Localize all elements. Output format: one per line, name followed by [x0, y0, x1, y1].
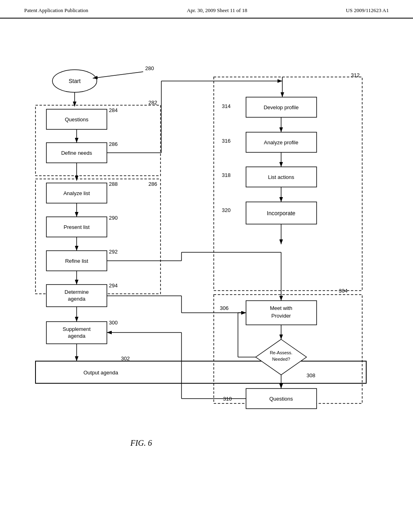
label-288: 288	[109, 181, 118, 187]
reassess-label2: Needed?	[272, 357, 290, 362]
label-320: 320	[222, 207, 231, 213]
label-292: 292	[109, 249, 118, 255]
incorporate-label: Incorporate	[267, 210, 296, 216]
label-300: 300	[109, 320, 118, 326]
header-right: US 2009/112623 A1	[346, 7, 389, 14]
questions2-label: Questions	[269, 396, 293, 402]
reassess-label: Re-Assess.	[270, 350, 292, 355]
supplement-agenda-label2: agenda	[68, 333, 86, 339]
label-318: 318	[222, 172, 231, 178]
meet-provider-label: Meet with	[270, 305, 292, 311]
label-282: 282	[148, 100, 157, 106]
start-label: Start	[69, 78, 81, 84]
label-306: 306	[220, 305, 229, 311]
label-314: 314	[222, 103, 231, 109]
output-agenda-label: Output agenda	[83, 370, 119, 376]
svg-line-3	[93, 72, 143, 78]
label-294: 294	[109, 283, 118, 289]
analyze-profile-label: Analyze profile	[264, 139, 298, 145]
questions1-label: Questions	[65, 116, 89, 123]
label-284: 284	[109, 107, 118, 113]
develop-profile-label: Develop profile	[264, 104, 299, 110]
label-312: 312	[351, 72, 360, 78]
determine-agenda-label2: agenda	[68, 296, 86, 302]
label-302: 302	[121, 355, 130, 362]
header-left: Patent Application Publication	[24, 7, 88, 14]
label-286b: 286	[148, 181, 157, 187]
supplement-agenda-label: Supplement	[63, 326, 91, 332]
label-308: 308	[307, 372, 315, 378]
refine-list-label: Refine list	[65, 258, 88, 264]
define-needs-label: Define needs	[61, 150, 92, 156]
figure-label: FIG. 6	[130, 438, 152, 447]
diagram-area: Start 280 282 Questions 284 Define needs…	[0, 19, 413, 518]
list-actions-label: List actions	[268, 174, 294, 180]
present-list-label: Present list	[64, 224, 90, 230]
label-304: 304	[339, 288, 348, 294]
header-center: Apr. 30, 2009 Sheet 11 of 18	[187, 7, 247, 14]
analyze-list-label: Analyze list	[63, 190, 90, 196]
meet-provider-label2: Provider	[271, 313, 291, 319]
label-280: 280	[145, 65, 154, 71]
label-286a: 286	[109, 141, 118, 147]
header: Patent Application Publication Apr. 30, …	[0, 0, 413, 19]
determine-agenda-label: Determine	[65, 289, 89, 295]
label-290: 290	[109, 215, 118, 221]
label-316: 316	[222, 138, 231, 144]
